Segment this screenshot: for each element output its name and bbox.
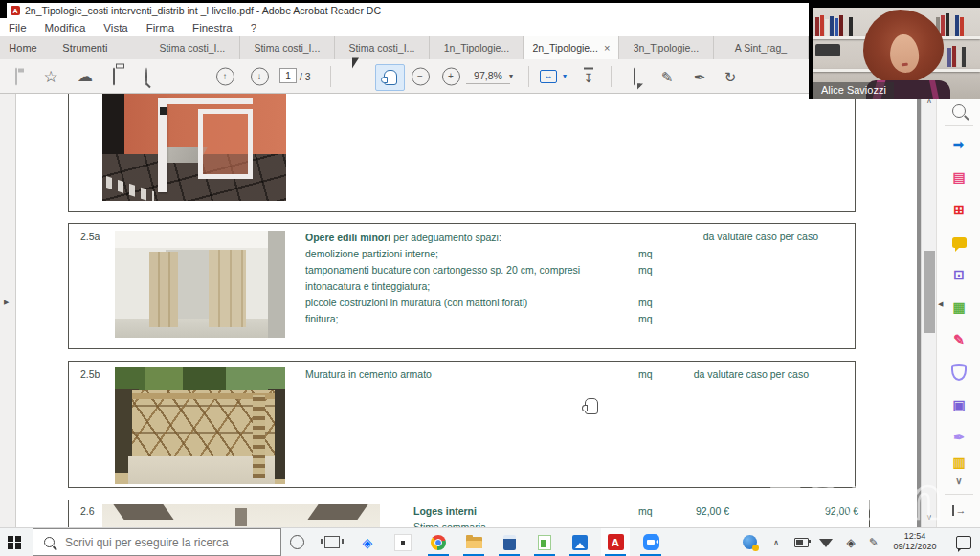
zoom-dropdown-caret[interactable]: ▾ — [505, 73, 517, 80]
start-button[interactable] — [0, 528, 29, 556]
zoom-level-value[interactable]: 97,8% — [466, 70, 510, 84]
photos-icon — [572, 535, 588, 550]
comment-tool-icon[interactable] — [622, 69, 647, 83]
more-tools-icon[interactable]: ▥ — [950, 454, 968, 471]
star-icon[interactable]: ☆ — [38, 68, 63, 84]
search-icon — [44, 537, 55, 547]
tab-doc-3n-tipologie[interactable]: 3n_Tipologie... — [619, 36, 714, 59]
toolbar-separator — [528, 66, 529, 87]
fill-sign-icon[interactable]: ✎ — [950, 331, 968, 348]
tab-doc-stima-3[interactable]: Stima costi_I... — [335, 36, 430, 59]
formwork-photo — [115, 367, 285, 484]
acrobat-icon: A — [608, 534, 624, 550]
edit-pdf-icon[interactable]: ▤ — [950, 168, 968, 186]
collapse-tools-pane-icon[interactable]: ◀ — [938, 300, 943, 308]
tray-update-button[interactable] — [735, 528, 764, 556]
menu-item-modifica[interactable]: Modifica — [45, 22, 86, 33]
zoom-app-button[interactable] — [636, 528, 665, 556]
menu-item-finestra[interactable]: Finestra — [192, 22, 233, 33]
fill-sign-tool-icon[interactable]: ✒ — [687, 69, 712, 83]
fit-width-icon[interactable]: ↔ — [536, 70, 561, 83]
hand-tool-selected[interactable] — [375, 64, 405, 91]
next-page-button[interactable]: ↓ — [247, 67, 272, 85]
page-total-label: / 3 — [300, 71, 311, 82]
spreadsheet-button[interactable] — [530, 528, 559, 556]
calculator-button[interactable] — [495, 528, 523, 556]
search-tool-icon[interactable] — [950, 102, 968, 120]
save-icon[interactable] — [4, 69, 29, 83]
row-note: da valutare caso per caso — [694, 368, 809, 380]
create-pdf-icon[interactable]: ⊞ — [950, 201, 968, 218]
organize-pages-icon[interactable]: ▦ — [950, 299, 968, 316]
sidebar-separator — [945, 125, 973, 126]
tab-close-icon[interactable]: × — [604, 42, 610, 54]
pinned-app-button[interactable] — [389, 528, 417, 556]
more-tools-chevron-icon[interactable]: ∨ — [950, 473, 968, 490]
tab-strumenti[interactable]: Strumenti — [46, 36, 124, 59]
row-line: finitura;mq — [305, 311, 707, 327]
expand-tools-pane-icon[interactable]: → — [950, 501, 968, 519]
upload-cloud-icon[interactable]: ☁ — [73, 69, 98, 84]
menu-item-firma[interactable]: Firma — [146, 22, 174, 33]
tab-doc-stima-1[interactable]: Stima costi_I... — [145, 36, 240, 59]
send-sign-tool-icon[interactable]: ↻ — [718, 69, 743, 83]
zoom-out-button[interactable]: − — [408, 67, 433, 85]
tab-doc-2n-tipologie-active[interactable]: 2n_Tipologie... × — [524, 36, 619, 59]
window-title: 2n_Tipologie_costi interventi_distrib in… — [25, 5, 381, 16]
taskbar-search[interactable] — [33, 528, 281, 556]
comment-icon[interactable] — [950, 234, 968, 251]
chrome-button[interactable] — [424, 528, 453, 556]
tab-doc-stima-2[interactable]: Stima costi_I... — [240, 36, 335, 59]
print-icon[interactable] — [101, 69, 126, 83]
zoom-in-button[interactable]: + — [438, 67, 463, 85]
taskbar-clock[interactable]: 12:54 09/12/2020 — [884, 531, 946, 552]
tab-doc-a-sint-rag[interactable]: A Sint_rag_ — [714, 36, 809, 59]
tab-home[interactable]: Home — [0, 36, 46, 59]
taskbar-search-input[interactable] — [63, 535, 268, 550]
tab-doc-1n-tipologie[interactable]: 1n_Tipologie... — [430, 36, 524, 59]
table-row-top-partial: Stima orientativa — [68, 94, 856, 212]
cortana-button[interactable] — [282, 528, 311, 556]
fit-dropdown-caret[interactable]: ▾ — [559, 73, 570, 80]
file-explorer-button[interactable] — [459, 528, 488, 556]
acrobat-button-active[interactable]: A — [601, 528, 630, 556]
protect-icon[interactable] — [950, 364, 968, 381]
scroll-mode-icon[interactable]: ↧ — [576, 69, 601, 83]
vertical-scrollbar[interactable]: ∧ ∨ — [921, 94, 937, 527]
previous-page-button[interactable]: ↑ — [212, 67, 237, 85]
nav-pane-strip[interactable]: ▶ — [0, 94, 16, 527]
combine-files-icon[interactable]: ⊡ — [950, 266, 968, 283]
unit-label: mq — [638, 262, 653, 278]
action-center-button[interactable] — [949, 528, 978, 556]
pen-icon: ✎ — [869, 536, 879, 549]
webcam-overlay[interactable]: Alice Saviozzi — [809, 0, 980, 99]
row-25a-text: Opere edili minori per adeguamento spazi… — [305, 230, 707, 327]
stamp-icon[interactable]: ▣ — [950, 396, 968, 413]
search-icon[interactable] — [134, 69, 159, 83]
expand-nav-pane-icon[interactable]: ▶ — [4, 299, 9, 306]
zoom-app-icon — [643, 534, 659, 550]
menu-item-help[interactable]: ? — [251, 22, 256, 33]
battery-icon — [794, 538, 809, 547]
menu-bar: File Modifica Vista Firma Finestra ? — [0, 18, 817, 36]
task-view-button[interactable] — [318, 528, 346, 556]
menu-item-vista[interactable]: Vista — [103, 22, 127, 33]
select-cursor-icon[interactable] — [343, 69, 368, 83]
page-number-input[interactable] — [279, 68, 297, 83]
loggia-photo — [102, 504, 380, 527]
action-center-icon — [956, 536, 971, 549]
export-pdf-icon[interactable]: ⇨ — [950, 136, 968, 153]
row-desc: Muratura in cemento armato — [305, 368, 432, 380]
dropbox-app-button[interactable]: ◈ — [353, 528, 382, 556]
menu-item-file[interactable]: File — [9, 22, 27, 33]
scrollbar-thumb[interactable] — [924, 251, 935, 333]
certificates-icon[interactable]: ✒ — [950, 429, 968, 446]
pdf-page[interactable]: Stima orientativa 2.5a Opere edili minor… — [16, 94, 917, 527]
row-id: 2.5b — [80, 368, 100, 380]
windows-logo-icon — [8, 536, 21, 549]
photos-button[interactable] — [566, 528, 594, 556]
highlight-tool-icon[interactable]: ✎ — [655, 69, 679, 83]
row-line: intonacatura e tinteggiatura; — [305, 278, 707, 295]
cortana-icon — [290, 535, 304, 549]
globe-badge-icon — [743, 535, 757, 549]
